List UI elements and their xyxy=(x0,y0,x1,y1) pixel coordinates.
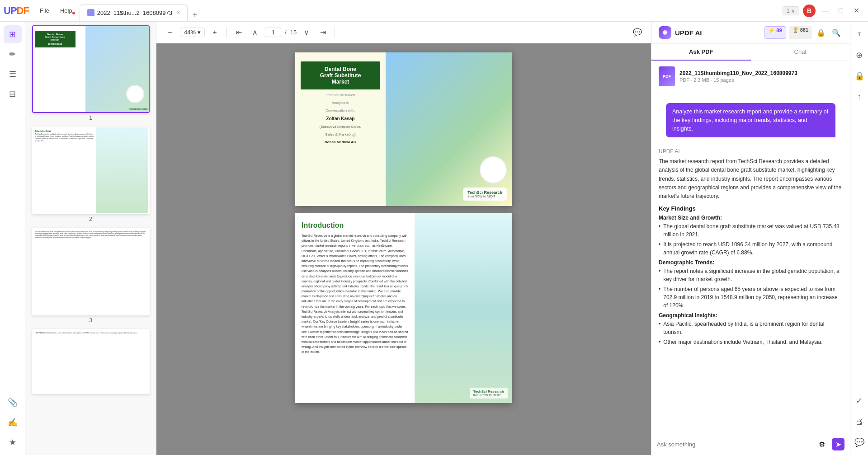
page1-person-role: (Executive Director Global xyxy=(320,125,362,129)
ai-purple-badge: ⚡ 89 xyxy=(764,26,786,39)
tab-chat[interactable]: Chat xyxy=(751,44,850,61)
page-last-button[interactable]: ⇥ xyxy=(316,26,329,39)
app-logo: UPDF xyxy=(0,0,33,21)
attachments-sidebar-button[interactable]: 📎 xyxy=(4,394,22,412)
thumb-page2-content: Introduction TechSci Research is a globa… xyxy=(33,127,149,213)
thumbnail-img-2: Introduction TechSci Research is a globa… xyxy=(32,127,150,214)
ai-response-area: UPDF AI The market research report from … xyxy=(651,143,850,353)
user-avatar[interactable]: B xyxy=(803,5,816,17)
pdf-page-2: Introduction TechSci Research is a globa… xyxy=(295,213,512,403)
ai-input-field[interactable] xyxy=(657,441,812,448)
thumb-page4-content: UPDF RESEARCH: What has been a trend in … xyxy=(33,330,149,393)
protect-sidebar-button[interactable]: 🔒 xyxy=(850,67,868,85)
sidebar-left: ⊞ ✏ ☰ ⊟ 📎 ✍ ★ xyxy=(0,22,25,455)
annotations-sidebar-button[interactable]: ✏ xyxy=(4,45,22,63)
print-sidebar-button[interactable]: 🖨 xyxy=(850,413,868,431)
ai-geo-heading: Geographical Insights: xyxy=(659,312,843,319)
ai-response-scroll: UPDF AI The market research report from … xyxy=(651,143,850,433)
ai-bullet-demo2: • The number of persons aged 65 years or… xyxy=(659,285,843,310)
page-number-input[interactable] xyxy=(265,28,281,37)
page-prev-button[interactable]: ∧ xyxy=(249,26,261,39)
ai-lock-icon[interactable]: 🔒 xyxy=(815,26,827,39)
ai-demographic-heading: Demographic Trends: xyxy=(659,259,843,266)
page1-title-box: Dental BoneGraft SubstituteMarket xyxy=(301,61,380,89)
thumbnail-3[interactable]: This document features dental bone graft… xyxy=(29,228,152,324)
tab-add-button[interactable]: + xyxy=(189,9,201,21)
active-tab[interactable]: 2022_11$thu...2_160809973 × xyxy=(80,4,188,21)
ai-response-label: UPDF AI xyxy=(659,148,843,155)
ai-file-name: 2022_11$thumbimg110_Nov_2022_160809973 xyxy=(679,70,797,76)
ai-search-icon[interactable]: 🔍 xyxy=(830,26,843,39)
page1-person-role2: Sales & Marketing) xyxy=(325,132,356,136)
zoom-percent: 44% xyxy=(184,29,196,36)
thumb4-body: UPDF RESEARCH: What has been a trend in … xyxy=(35,332,146,334)
page-next-button[interactable]: ∨ xyxy=(300,26,313,39)
ocr-sidebar-button[interactable]: T xyxy=(850,25,868,43)
sidebar-right: T ⊕ 🔒 ↑ ✓ 🖨 💬 xyxy=(850,22,868,455)
chat-sidebar-button[interactable]: 💬 xyxy=(850,433,868,451)
ai-tab-bar: Ask PDF Chat xyxy=(651,44,850,61)
tab-ask-pdf[interactable]: Ask PDF xyxy=(651,44,751,61)
stamp-sidebar-button[interactable]: ⊕ xyxy=(850,46,868,64)
file-menu[interactable]: File xyxy=(34,7,55,14)
close-button[interactable]: ✕ xyxy=(850,5,863,17)
layers-sidebar-button[interactable]: ⊟ xyxy=(4,85,22,103)
ai-bullet-market2: • It is projected to reach USD 1096.34 m… xyxy=(659,240,843,257)
page1-subtitle2: Analysts in xyxy=(332,101,349,105)
comment-button[interactable]: 💬 xyxy=(631,26,644,39)
thumbnail-img-1: Dental Bone Graft Substitute Market Zolt… xyxy=(32,25,150,113)
share-sidebar-button[interactable]: ↑ xyxy=(850,88,868,106)
thumbnails-sidebar-button[interactable]: ⊞ xyxy=(4,25,22,43)
file-help-menus: File Help xyxy=(33,7,80,14)
ai-bullet-market1: • The global dental bone graft substitut… xyxy=(659,222,843,239)
tab-close-button[interactable]: × xyxy=(177,9,180,16)
bookmarks-sidebar-button[interactable]: ☰ xyxy=(4,65,22,83)
topbar-right: 1 ∨ B — □ ✕ xyxy=(783,5,863,17)
minimize-button[interactable]: — xyxy=(819,5,832,17)
thumb2-left: Introduction TechSci Research is a globa… xyxy=(33,127,97,213)
ai-file-info: PDF 2022_11$thumbimg110_Nov_2022_1608099… xyxy=(651,61,850,92)
page1-title: Dental BoneGraft SubstituteMarket xyxy=(304,66,377,85)
window-controls: — □ ✕ xyxy=(819,5,863,17)
ai-logo-icon xyxy=(659,26,671,39)
thumbnail-2[interactable]: Introduction TechSci Research is a globa… xyxy=(29,127,152,222)
ai-logo-area: UPDF AI xyxy=(659,26,702,39)
help-menu[interactable]: Help xyxy=(55,7,78,14)
maximize-button[interactable]: □ xyxy=(835,5,847,17)
ai-bullet-geo2: • Other major destinations include Vietn… xyxy=(659,338,843,346)
page2-left-panel: Introduction TechSci Research is a globa… xyxy=(295,213,415,403)
ai-send-button[interactable]: ➤ xyxy=(832,438,844,450)
page2-tagline: from NOW to NEXT xyxy=(473,394,504,397)
thumbnail-img-4: UPDF RESEARCH: What has been a trend in … xyxy=(32,329,150,394)
page2-intro-title: Introduction xyxy=(302,221,408,230)
ai-bullet-demo1: • The report notes a significant increas… xyxy=(659,267,843,283)
thumb3-body: This document features dental bone graft… xyxy=(35,231,146,239)
stickers-sidebar-button[interactable]: ★ xyxy=(4,433,22,451)
thumbnail-4[interactable]: UPDF RESEARCH: What has been a trend in … xyxy=(29,329,152,394)
thumb2-right-image xyxy=(96,127,148,213)
page1-logo-text: TechSci Research xyxy=(467,190,502,195)
ai-settings-icon: ⚙ xyxy=(819,440,825,449)
check-sidebar-button[interactable]: ✓ xyxy=(850,392,868,410)
thumb1-circle xyxy=(126,85,144,103)
ai-settings-button[interactable]: ⚙ xyxy=(816,438,828,450)
signatures-sidebar-button[interactable]: ✍ xyxy=(4,413,22,432)
zoom-level-display[interactable]: 44% ▾ xyxy=(180,28,205,37)
thumbnail-num-3: 3 xyxy=(89,317,92,324)
page-first-button[interactable]: ⇤ xyxy=(232,26,245,39)
pdf-content-area: Dental BoneGraft SubstituteMarket TechSc… xyxy=(156,43,651,455)
ai-input-area: ⚙ ➤ xyxy=(651,433,850,455)
page1-techsci-logo: TechSci Research from NOW to NEXT xyxy=(463,188,507,201)
page2-logo-text: TechSci Research xyxy=(473,389,504,394)
zoom-out-button[interactable]: − xyxy=(164,26,176,39)
ai-market-size-heading: Market Size and Growth: xyxy=(659,215,843,221)
zoom-dropdown-icon: ▾ xyxy=(198,29,201,36)
pdf-page2-content: Introduction TechSci Research is a globa… xyxy=(295,213,512,403)
thumbnail-1[interactable]: Dental Bone Graft Substitute Market Zolt… xyxy=(29,25,152,121)
thumbnails-panel: Dental Bone Graft Substitute Market Zolt… xyxy=(25,22,156,455)
version-badge[interactable]: 1 ∨ xyxy=(783,6,799,15)
zoom-in-button[interactable]: + xyxy=(208,26,221,39)
tab-pdf-icon xyxy=(87,9,94,16)
toolbar-divider-2 xyxy=(335,27,335,38)
main-area: ⊞ ✏ ☰ ⊟ 📎 ✍ ★ Dental Bone Graft Substitu… xyxy=(0,22,868,455)
